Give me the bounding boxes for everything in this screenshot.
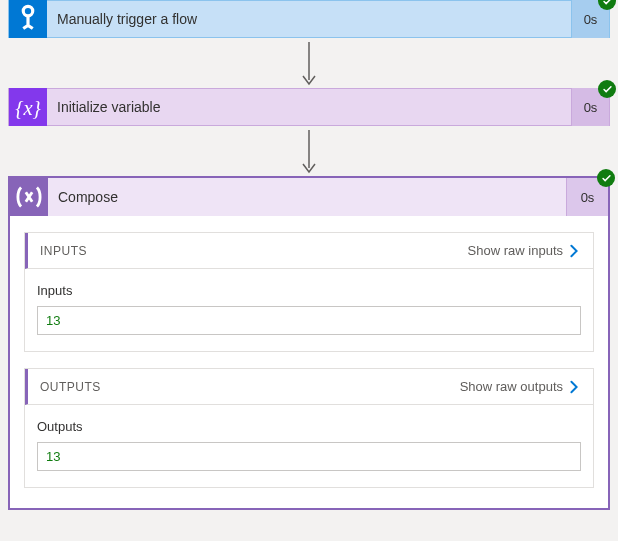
outputs-field-label: Outputs [37, 419, 581, 434]
chevron-right-icon [567, 380, 581, 394]
step-trigger-title: Manually trigger a flow [47, 11, 571, 27]
success-check-icon [598, 80, 616, 98]
inputs-body: Inputs 13 [25, 269, 593, 351]
show-raw-inputs-link[interactable]: Show raw inputs [468, 243, 581, 258]
step-compose-title: Compose [48, 189, 566, 205]
show-raw-outputs-label: Show raw outputs [460, 379, 563, 394]
svg-text:{x}: {x} [15, 97, 41, 119]
svg-point-0 [23, 6, 33, 16]
data-operations-icon [10, 178, 48, 216]
touch-icon [9, 0, 47, 38]
variable-icon: {x} [9, 88, 47, 126]
show-raw-outputs-link[interactable]: Show raw outputs [460, 379, 581, 394]
step-init-title: Initialize variable [47, 99, 571, 115]
step-compose-expanded: Compose 0s INPUTS Show raw inputs Inputs… [8, 176, 610, 510]
step-init-variable[interactable]: {x} Initialize variable 0s [8, 88, 610, 126]
chevron-right-icon [567, 244, 581, 258]
inputs-section: INPUTS Show raw inputs Inputs 13 [24, 232, 594, 352]
success-check-icon [597, 169, 615, 187]
inputs-heading: INPUTS [40, 244, 87, 258]
step-trigger[interactable]: Manually trigger a flow 0s [8, 0, 610, 38]
inputs-header: INPUTS Show raw inputs [25, 233, 593, 269]
show-raw-inputs-label: Show raw inputs [468, 243, 563, 258]
inputs-field-value: 13 [37, 306, 581, 335]
step-compose-header[interactable]: Compose 0s [10, 178, 608, 216]
outputs-heading: OUTPUTS [40, 380, 101, 394]
connector-arrow [0, 126, 618, 176]
compose-body: INPUTS Show raw inputs Inputs 13 OUTPUTS… [10, 216, 608, 508]
inputs-field-label: Inputs [37, 283, 581, 298]
outputs-section: OUTPUTS Show raw outputs Outputs 13 [24, 368, 594, 488]
outputs-body: Outputs 13 [25, 405, 593, 487]
outputs-header: OUTPUTS Show raw outputs [25, 369, 593, 405]
connector-arrow [0, 38, 618, 88]
outputs-field-value: 13 [37, 442, 581, 471]
